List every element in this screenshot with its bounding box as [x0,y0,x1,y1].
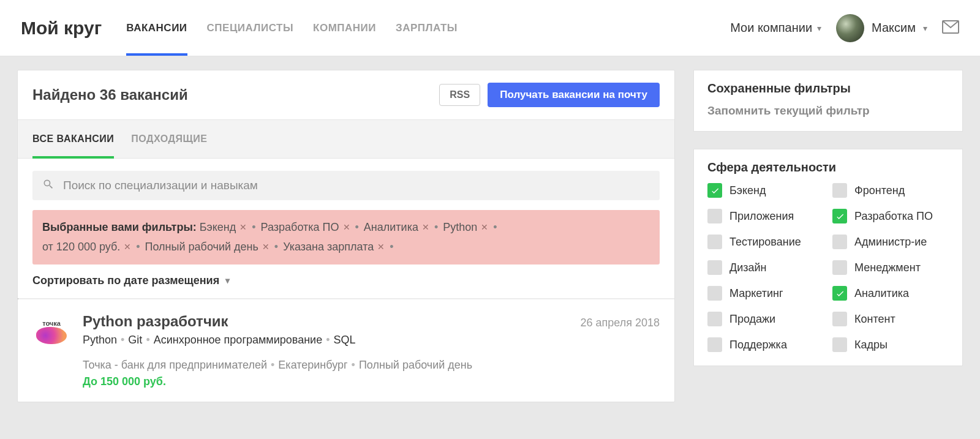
nav-item-компании[interactable]: КОМПАНИИ [313,0,376,56]
activity-checkbox-item[interactable]: Маркетинг [707,286,824,301]
filter-chip-label: от 120 000 руб. [42,237,120,257]
checkbox-checked[interactable] [707,183,722,198]
results-header: Найдено 36 вакансий RSS Получать ваканси… [18,70,674,119]
activity-checkbox-item[interactable]: Разработка ПО [832,209,949,223]
checkbox[interactable] [707,337,722,352]
tab-1[interactable]: ПОДХОДЯЩИЕ [131,120,207,158]
checkbox[interactable] [707,286,722,301]
filter-chip: Разработка ПО✕ [261,217,350,237]
checkbox[interactable] [832,260,847,275]
skill-tag: Асинхронное программирование [154,334,322,346]
filter-chip: Полный рабочий день✕ [145,237,270,257]
activity-label: Приложения [729,210,794,223]
activity-checkbox-item[interactable]: Аналитика [832,286,949,301]
activity-label: Продажи [729,313,775,326]
activity-title: Сфера деятельности [707,160,949,174]
dot-separator: • [274,241,278,253]
job-title[interactable]: Python разработчик [83,313,228,330]
activity-checkbox-item[interactable]: Продажи [707,312,824,326]
mail-icon[interactable] [942,20,959,36]
remove-filter-icon[interactable]: ✕ [481,220,488,235]
my-companies-label: Мои компании [730,21,812,35]
filter-chip-label: Python [443,217,477,237]
filter-chip-label: Разработка ПО [261,217,339,237]
remove-filter-icon[interactable]: ✕ [239,220,247,235]
dot-separator: • [146,334,149,346]
avatar [836,14,864,42]
filter-chip-label: Аналитика [364,217,418,237]
logo[interactable]: Мой круг [21,18,102,39]
activity-checkbox-item[interactable]: Поддержка [707,337,824,352]
checkbox[interactable] [832,235,847,249]
activity-label: Дизайн [729,261,767,274]
activity-label: Разработка ПО [854,210,933,223]
activity-checkbox-item[interactable]: Контент [832,312,949,326]
filter-chip-label: Бэкенд [200,217,236,237]
subscribe-button[interactable]: Получать вакансии на почту [488,83,660,107]
checkbox-checked[interactable] [832,286,847,301]
activity-label: Администр-ие [854,236,927,249]
checkbox[interactable] [707,260,722,275]
activity-checkbox-item[interactable]: Бэкенд [707,183,824,198]
remove-filter-icon[interactable]: ✕ [124,239,131,255]
rss-button[interactable]: RSS [439,84,480,106]
my-companies-dropdown[interactable]: Мои компании ▾ [730,21,821,35]
remember-filter-link[interactable]: Запомнить текущий фильтр [707,104,949,118]
activity-label: Маркетинг [729,287,783,300]
nav-item-зарплаты[interactable]: ЗАРПЛАТЫ [396,0,458,56]
search-input[interactable] [63,179,650,192]
results-card: Найдено 36 вакансий RSS Получать ваканси… [17,70,675,402]
job-body: Python разработчик 26 апреля 2018 Python… [83,313,660,388]
activity-checkbox-item[interactable]: Фронтенд [832,183,949,198]
dot-separator: • [493,221,497,233]
checkbox[interactable] [832,312,847,326]
activity-checkbox-item[interactable]: Тестирование [707,235,824,249]
sort-dropdown[interactable]: Сортировать по дате размещения ▾ [18,274,674,298]
skill-tag: Git [128,334,142,346]
dot-separator: • [271,359,274,371]
remove-filter-icon[interactable]: ✕ [377,239,385,255]
filter-chip-label: Указана зарплата [283,237,374,257]
activity-label: Аналитика [854,287,909,300]
dot-separator: • [136,241,140,253]
skill-tag: SQL [333,334,355,346]
checkbox-checked[interactable] [832,209,847,223]
remove-filter-icon[interactable]: ✕ [343,220,350,235]
job-meta-item: Екатеринбург [278,359,347,371]
checkbox[interactable] [707,235,722,249]
dot-separator: • [390,241,393,253]
user-menu[interactable]: Максим ▾ [836,14,927,42]
header-right: Мои компании ▾ Максим ▾ [730,14,959,42]
sort-label: Сортировать по дате размещения [32,274,219,287]
activity-checkbox-item[interactable]: Администр-ие [832,235,949,249]
search-box[interactable] [32,171,660,200]
job-skills: Python•Git•Асинхронное программирование•… [83,334,660,347]
activity-label: Кадры [854,339,888,351]
dot-separator: • [352,359,355,371]
results-title: Найдено 36 вакансий [32,86,188,103]
activity-checkbox-item[interactable]: Дизайн [707,260,824,275]
filter-chip: Аналитика✕ [364,217,429,237]
filters-label: Выбранные вами фильтры: [42,221,200,233]
activity-checkbox-item[interactable]: Приложения [707,209,824,223]
activity-checkbox-item[interactable]: Менеджмент [832,260,949,275]
activity-checkbox-item[interactable]: Кадры [832,337,949,352]
logo-graphic [36,327,67,344]
remove-filter-icon[interactable]: ✕ [422,220,429,235]
remove-filter-icon[interactable]: ✕ [262,239,270,255]
nav-item-вакансии[interactable]: ВАКАНСИИ [126,0,187,56]
selected-filters: Выбранные вами фильтры: Бэкенд✕•Разработ… [32,210,660,265]
nav-item-специалисты[interactable]: СПЕЦИАЛИСТЫ [207,0,293,56]
topbar: Мой круг ВАКАНСИИСПЕЦИАЛИСТЫКОМПАНИИЗАРП… [0,0,980,56]
checkbox[interactable] [707,209,722,223]
tab-0[interactable]: ВСЕ ВАКАНСИИ [32,120,114,158]
search-icon [42,178,55,193]
results-tabs: ВСЕ ВАКАНСИИПОДХОДЯЩИЕ [18,119,674,159]
search-wrap [18,159,674,210]
job-item[interactable]: точка Python разработчик 26 апреля 2018 … [18,299,674,402]
checkbox[interactable] [707,312,722,326]
checkbox[interactable] [832,183,847,198]
checkbox[interactable] [832,337,847,352]
filter-chip: Указана зарплата✕ [283,237,385,257]
sidebar: Сохраненные фильтры Запомнить текущий фи… [693,70,963,402]
